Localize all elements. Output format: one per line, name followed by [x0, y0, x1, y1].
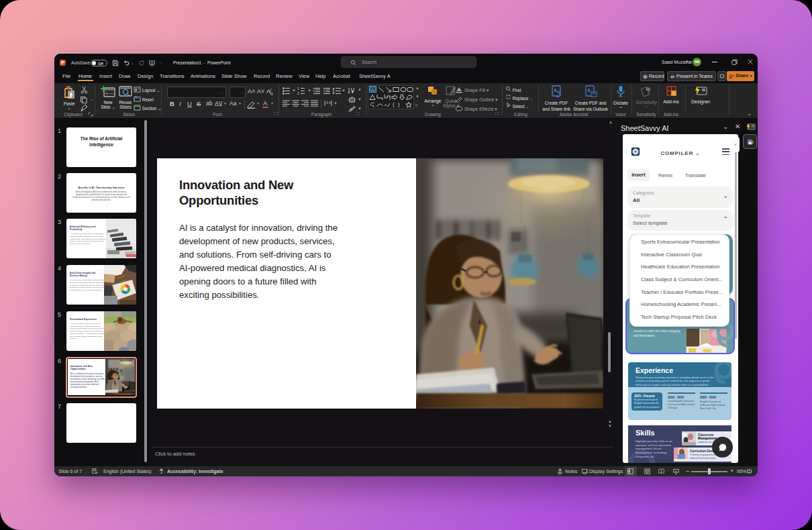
svg-text:1: 1 — [297, 87, 299, 91]
svg-text:2: 2 — [297, 91, 299, 95]
svg-text:A: A — [554, 88, 557, 93]
svg-text:A: A — [371, 88, 374, 92]
svg-text:A: A — [587, 88, 591, 93]
